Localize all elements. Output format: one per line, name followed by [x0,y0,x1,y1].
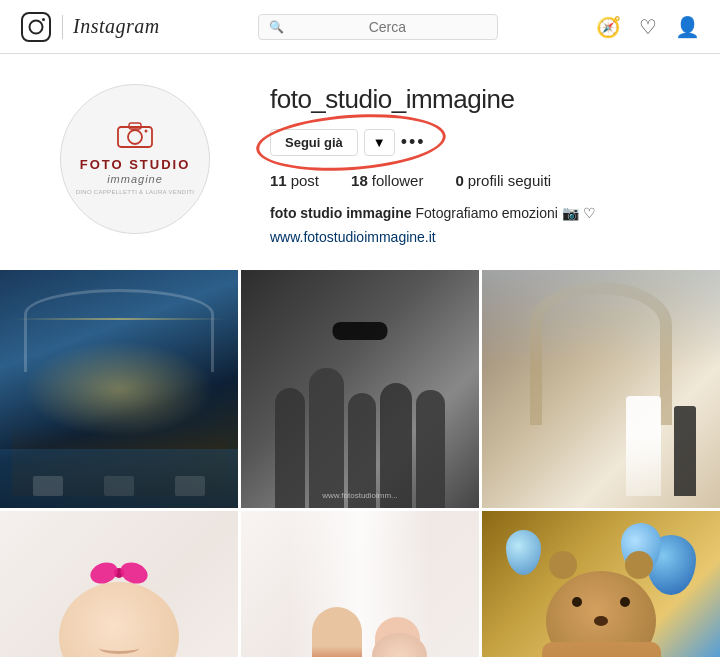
svg-point-6 [144,130,147,133]
grid-item-6[interactable]: www.fotostudioimma... [482,511,720,657]
photo-tile-6: www.fotostudioimma... [482,511,720,657]
group-silhouettes [241,341,479,508]
bear-ear-left [549,551,577,579]
profile-website[interactable]: www.fotostudioimmagine.it [270,229,436,245]
stat-following: 0 profili seguiti [455,172,551,189]
dropdown-button[interactable]: ▼ [364,129,395,156]
photo-tile-3 [482,270,720,508]
follow-button[interactable]: Segui già [270,129,358,156]
photo-tile-1 [0,270,238,508]
search-input[interactable] [288,19,487,35]
person-silhouette [309,368,344,508]
search-icon: 🔍 [269,20,284,34]
bear-eye-right [620,597,630,607]
followers-count: 18 [351,172,368,189]
bear-nose [594,616,608,626]
man-figure [312,607,362,657]
user-icon[interactable]: 👤 [675,15,700,39]
watermark-2: www.fotostudioimm... [322,491,398,500]
stat-posts: 11 post [270,172,319,189]
header-right: 🧭 ♡ 👤 [596,15,700,39]
party-glasses [333,322,388,340]
svg-point-4 [128,130,142,144]
more-options-button[interactable]: ••• [401,132,426,153]
svg-point-2 [42,18,45,21]
heart-icon[interactable]: ♡ [639,15,657,39]
instagram-camera-icon [20,11,52,43]
grid-item-4[interactable] [0,511,238,657]
photo-tile-4 [0,511,238,657]
following-label: profili seguiti [468,172,551,189]
lights-string [12,318,226,320]
avatar-subtitle: DINO CAPPELLETTI & LAURA VENDITI [76,189,195,197]
grid-item-1[interactable] [0,270,238,508]
profile-bio: foto studio immagine Fotografiamo emozio… [270,203,660,224]
header: Instagram 🔍 🧭 ♡ 👤 [0,0,720,54]
posts-count: 11 [270,172,287,189]
person-silhouette [416,390,445,508]
buttons-wrap: Segui già ▼ ••• [270,129,426,156]
profile-username: foto_studio_immagine [270,84,514,115]
following-count: 0 [455,172,463,189]
profile-top-row: foto_studio_immagine Segui già ▼ ••• [270,84,660,156]
bio-name: foto studio immagine [270,205,412,221]
avatar: FOTO STUDIO immagine DINO CAPPELLETTI & … [60,84,210,234]
search-bar-container: 🔍 [258,14,498,40]
avatar-title-line1: FOTO STUDIO [76,158,195,172]
compass-icon[interactable]: 🧭 [596,15,621,39]
avatar-title-line2: immagine [76,173,195,185]
svg-rect-0 [22,13,50,41]
bear-body [542,642,661,657]
profile-avatar-wrap: FOTO STUDIO immagine DINO CAPPELLETTI & … [60,84,210,234]
sky [482,270,720,365]
search-bar[interactable]: 🔍 [258,14,498,40]
grid-item-5[interactable] [241,511,479,657]
bow-container [90,563,148,583]
profile-stats: 11 post 18 follower 0 profili seguiti [270,172,660,189]
svg-point-1 [30,20,43,33]
bow-right [117,559,150,587]
balloon-blue-3 [506,530,541,575]
followers-label: follower [372,172,424,189]
table-silhouette [104,476,134,496]
photo-tile-2: www.fotostudioimm... [241,270,479,508]
profile-section: FOTO STUDIO immagine DINO CAPPELLETTI & … [0,54,720,270]
person-silhouette [275,388,305,508]
bride-dress [626,396,661,496]
bow-left [87,559,120,587]
instagram-wordmark: Instagram [73,15,160,38]
instagram-logo: Instagram [20,11,160,43]
stat-followers: 18 follower [351,172,423,189]
photo-grid: www.fotostudioimm... [0,270,720,657]
bio-text: Fotografiamo emozioni 📷 ♡ [412,205,596,221]
table-silhouettes [12,476,226,496]
posts-label: post [291,172,319,189]
svg-rect-5 [129,123,141,129]
header-left: Instagram [20,11,160,43]
baby-smile [99,642,139,654]
tent-shape [24,289,214,372]
profile-info: foto_studio_immagine Segui già ▼ ••• 11 … [270,84,660,246]
groom-silhouette [674,406,696,496]
grid-item-2[interactable]: www.fotostudioimm... [241,270,479,508]
person-silhouette [380,383,412,508]
table-silhouette [175,476,205,496]
avatar-camera-icon [76,121,195,154]
table-silhouette [33,476,63,496]
grid-item-3[interactable] [482,270,720,508]
photo-tile-5 [241,511,479,657]
logo-divider [62,15,63,39]
